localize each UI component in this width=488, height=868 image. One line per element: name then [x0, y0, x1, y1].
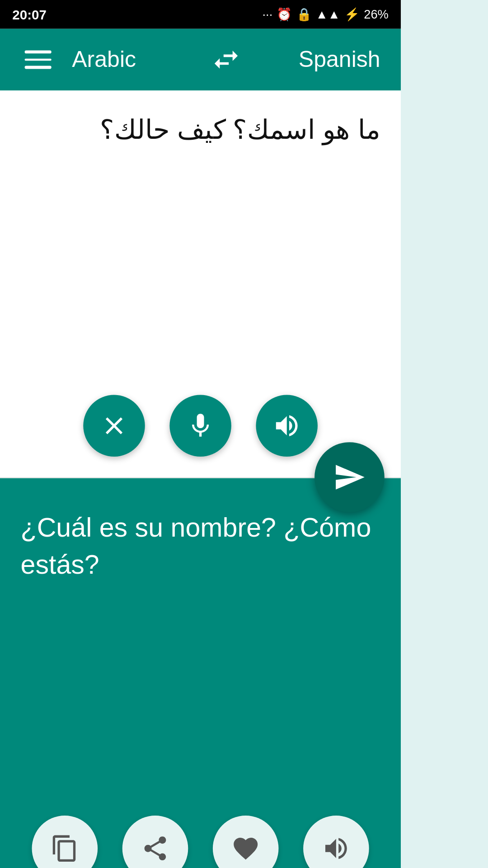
heart-icon — [231, 834, 260, 863]
microphone-button[interactable] — [169, 395, 231, 457]
status-icons: ··· ⏰ 🔒 ▲▲ ⚡ 26% — [263, 7, 389, 22]
output-section: ¿Cuál es su nombre? ¿Cómo estás? — [0, 478, 401, 868]
close-icon — [100, 411, 129, 440]
send-icon — [333, 461, 366, 494]
source-language[interactable]: Arabic — [72, 46, 207, 73]
input-wrapper: ما هو اسمك؟ كيف حالك؟ — [0, 90, 401, 478]
main-content: ما هو اسمك؟ كيف حالك؟ — [0, 90, 401, 868]
output-action-buttons — [0, 816, 401, 868]
menu-button[interactable] — [20, 47, 55, 73]
target-language[interactable]: Spanish — [244, 46, 380, 73]
swap-languages-button[interactable] — [208, 41, 245, 78]
volume-output-icon — [322, 834, 351, 863]
translate-button[interactable] — [314, 442, 385, 512]
status-bar: 20:07 ··· ⏰ 🔒 ▲▲ ⚡ 26% — [0, 0, 401, 29]
microphone-icon — [186, 411, 215, 440]
clear-button[interactable] — [83, 395, 145, 457]
translated-text: ¿Cuál es su nombre? ¿Cómo estás? — [20, 509, 380, 584]
volume-icon — [272, 411, 301, 440]
copy-icon — [50, 834, 79, 863]
toolbar: Arabic Spanish — [0, 29, 401, 90]
share-icon — [141, 834, 170, 863]
favorite-button[interactable] — [213, 816, 279, 868]
speak-output-button[interactable] — [303, 816, 369, 868]
source-text-display[interactable]: ما هو اسمك؟ كيف حالك؟ — [0, 90, 401, 378]
copy-button[interactable] — [32, 816, 98, 868]
share-button[interactable] — [122, 816, 188, 868]
status-time: 20:07 — [12, 7, 47, 22]
speak-input-button[interactable] — [256, 395, 317, 457]
